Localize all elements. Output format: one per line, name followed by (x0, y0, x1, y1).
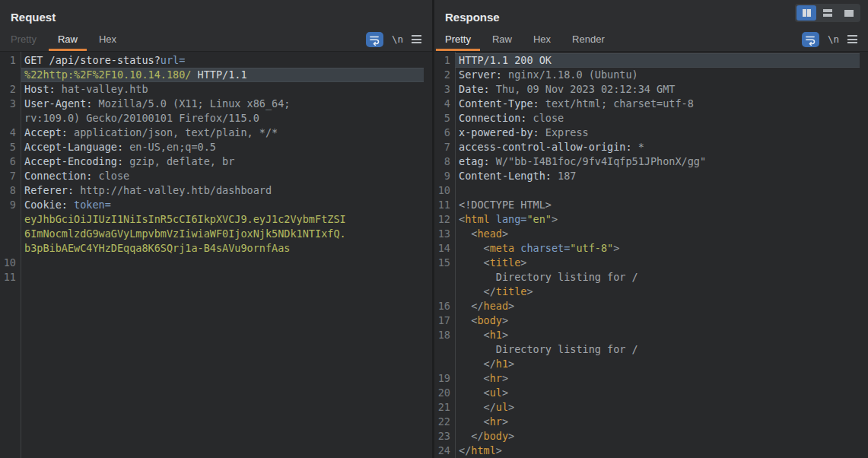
line-number: 9 (434, 169, 455, 183)
response-code[interactable]: 1HTTP/1.1 200 OK2Server: nginx/1.18.0 (U… (434, 52, 868, 458)
response-tab-raw[interactable]: Raw (483, 27, 521, 51)
code-line-text: Content-Length: 187 (455, 169, 860, 183)
code-line[interactable]: 24</html> (434, 444, 868, 458)
response-tab-pretty[interactable]: Pretty (436, 27, 480, 51)
line-number: 10 (0, 256, 21, 270)
code-line[interactable]: 5Accept-Language: en-US,en;q=0.5 (0, 140, 432, 154)
line-number: 11 (0, 270, 21, 285)
code-line[interactable]: 11 (0, 270, 432, 285)
line-number (434, 342, 455, 357)
line-number: 4 (0, 126, 21, 140)
code-line[interactable]: 12<html lang="en"> (434, 212, 868, 227)
line-number: 11 (434, 198, 455, 212)
code-line[interactable]: 20 <ul> (434, 386, 868, 400)
code-line[interactable]: 6x-powered-by: Express (434, 126, 868, 140)
word-wrap-glyph (368, 33, 380, 46)
line-number (0, 111, 21, 126)
split-rows-layout-button[interactable] (818, 5, 838, 21)
code-line[interactable]: 3Date: Thu, 09 Nov 2023 02:12:34 GMT (434, 82, 868, 97)
code-line-text: <h1> (455, 328, 860, 342)
code-line[interactable]: 10 (434, 183, 868, 198)
code-line[interactable]: 18 <h1> (434, 328, 868, 342)
code-line[interactable]: 17 <body> (434, 313, 868, 328)
code-line[interactable]: 4Content-Type: text/html; charset=utf-8 (434, 97, 868, 111)
line-number: 2 (0, 82, 21, 97)
line-number (0, 241, 21, 256)
code-line[interactable]: 19 <hr> (434, 371, 868, 386)
code-line[interactable]: 7Connection: close (0, 169, 432, 183)
code-line[interactable]: 23 </body> (434, 429, 868, 444)
line-number: 17 (434, 313, 455, 328)
response-tab-render[interactable]: Render (563, 27, 614, 51)
code-line[interactable]: </h1> (434, 357, 868, 371)
code-line-text: Host: hat-valley.htb (21, 82, 424, 97)
code-line[interactable]: rv:109.0) Gecko/20100101 Firefox/115.0 (0, 111, 432, 126)
code-line-text: Directory listing for / (455, 270, 860, 285)
code-line[interactable]: 7access-control-allow-origin: * (434, 140, 868, 154)
code-line-text: etag: W/"bb-I4B1foc/9fv4Iqfp51JPhonX/gg" (455, 154, 860, 169)
request-tab-hex[interactable]: Hex (90, 27, 126, 51)
code-line-text (21, 270, 424, 285)
code-line[interactable]: 5Connection: close (434, 111, 868, 126)
code-line[interactable]: 16 </head> (434, 299, 868, 313)
single-pane-layout-button[interactable] (839, 5, 859, 21)
request-code[interactable]: 1GET /api/store-status?url=%22http:%2F%2… (0, 52, 432, 458)
code-line[interactable]: 14 <meta charset="utf-8"> (434, 241, 868, 256)
code-line[interactable]: 11<!DOCTYPE HTML> (434, 198, 868, 212)
code-line[interactable]: 8etag: W/"bb-I4B1foc/9fv4Iqfp51JPhonX/gg… (434, 154, 868, 169)
request-tab-raw[interactable]: Raw (49, 27, 87, 51)
response-tools: \n (802, 27, 868, 51)
code-line[interactable]: 15 <title> (434, 256, 868, 270)
line-number: 19 (434, 371, 455, 386)
hamburger-menu-icon[interactable] (412, 35, 421, 43)
line-number: 15 (434, 256, 455, 270)
hamburger-menu-icon[interactable] (847, 35, 857, 43)
code-line[interactable]: 22 <hr> (434, 415, 868, 429)
layout-toggle-group (795, 4, 860, 22)
line-number: 4 (434, 97, 455, 111)
code-line[interactable]: eyJhbGciOiJIUzI1NiIsInR5cCI6IkpXVCJ9.eyJ… (0, 212, 432, 227)
code-line[interactable]: 21 </ul> (434, 400, 868, 415)
code-line[interactable]: </title> (434, 285, 868, 299)
line-number: 21 (434, 400, 455, 415)
newline-characters-toggle[interactable]: \n (828, 33, 839, 45)
code-line[interactable]: 10 (0, 256, 432, 270)
code-line-text: <hr> (455, 371, 860, 386)
code-line-text: x-powered-by: Express (455, 126, 860, 140)
code-line[interactable]: 4Accept: application/json, text/plain, *… (0, 126, 432, 140)
word-wrap-icon[interactable] (802, 32, 819, 47)
code-line-text: </head> (455, 299, 860, 313)
response-tab-hex[interactable]: Hex (524, 27, 560, 51)
code-line[interactable]: 3User-Agent: Mozilla/5.0 (X11; Linux x86… (0, 97, 432, 111)
code-line[interactable]: Directory listing for / (434, 270, 868, 285)
code-line-text: Connection: close (21, 169, 424, 183)
newline-characters-toggle[interactable]: \n (392, 33, 403, 45)
code-line-text (455, 183, 860, 198)
code-line[interactable]: 13 <head> (434, 227, 868, 241)
split-columns-layout-button[interactable] (796, 5, 816, 21)
line-number: 8 (434, 154, 455, 169)
code-line[interactable]: 1HTTP/1.1 200 OK (434, 53, 868, 68)
code-line[interactable]: 1GET /api/store-status?url= (0, 53, 432, 68)
request-panel: Request PrettyRawHex \n (0, 0, 432, 458)
line-number: 10 (434, 183, 455, 198)
code-line[interactable]: Directory listing for / (434, 342, 868, 357)
code-line[interactable]: 9Content-Length: 187 (434, 169, 868, 183)
code-line[interactable]: 2Host: hat-valley.htb (0, 82, 432, 97)
code-line[interactable]: %22http:%2F%2F10.10.14.180/ HTTP/1.1 (0, 68, 432, 82)
request-tabrow: PrettyRawHex \n (0, 27, 432, 51)
code-line[interactable]: 9Cookie: token= (0, 198, 432, 212)
line-number: 12 (434, 212, 455, 227)
code-line[interactable]: b3pBibAEwC4YHzDEqqa8K6SQrj1a-B4sAVu9ornf… (0, 241, 432, 256)
code-line[interactable]: 6ImNocmlzdG9waGVyLmpvbmVzIiwiaWF0IjoxNjk… (0, 227, 432, 241)
line-number (434, 270, 455, 285)
word-wrap-icon[interactable] (366, 32, 383, 47)
request-header: Request PrettyRawHex \n (0, 0, 432, 52)
response-header: Response PrettyRawHexRender \n (434, 0, 868, 52)
code-line-text: </h1> (455, 357, 860, 371)
code-line[interactable]: 8Referer: http://hat-valley.htb/dashboar… (0, 183, 432, 198)
code-line[interactable]: 6Accept-Encoding: gzip, deflate, br (0, 154, 432, 169)
code-line[interactable]: 2Server: nginx/1.18.0 (Ubuntu) (434, 68, 868, 82)
line-number: 6 (434, 126, 455, 140)
code-line-text: <head> (455, 227, 860, 241)
